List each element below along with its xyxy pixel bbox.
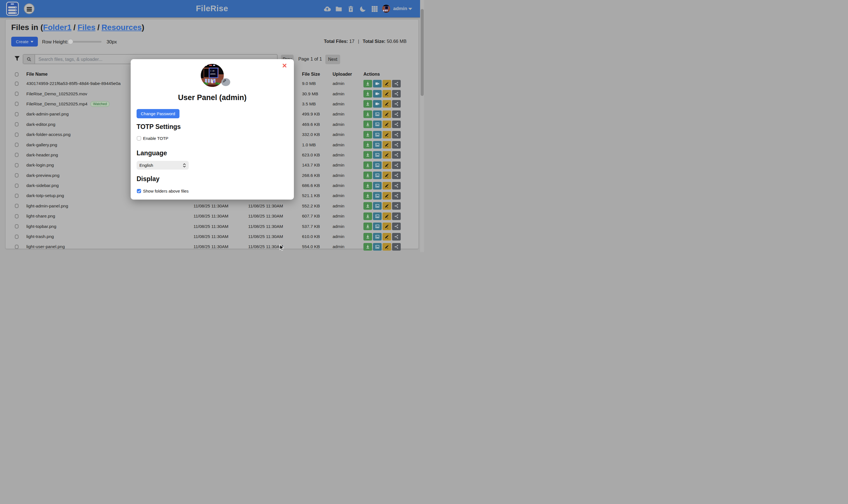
preview-button[interactable] — [373, 151, 382, 159]
download-button[interactable] — [364, 161, 372, 169]
download-button[interactable] — [364, 202, 372, 210]
filter-icon[interactable] — [14, 55, 20, 62]
share-button[interactable] — [392, 80, 401, 88]
language-select[interactable]: English — [137, 161, 189, 169]
breadcrumb-link-resources[interactable]: Resources — [102, 23, 142, 32]
preview-button[interactable] — [373, 192, 382, 200]
file-name[interactable]: dark-sidebar.png — [26, 183, 59, 188]
dark-mode-icon[interactable] — [359, 5, 367, 13]
user-avatar[interactable] — [382, 5, 390, 13]
preview-button[interactable] — [373, 80, 382, 88]
share-button[interactable] — [392, 172, 401, 179]
row-checkbox[interactable] — [15, 163, 18, 167]
avatar-edit-icon[interactable]: ✎ — [223, 78, 226, 84]
file-name[interactable]: light-trash.png — [26, 234, 54, 239]
share-button[interactable] — [392, 90, 401, 97]
file-name[interactable]: dark-gallery.png — [26, 142, 57, 147]
edit-button[interactable] — [383, 90, 391, 97]
share-button[interactable] — [392, 151, 401, 159]
upload-icon[interactable] — [323, 5, 331, 13]
row-checkbox[interactable] — [15, 184, 18, 188]
share-button[interactable] — [392, 222, 401, 230]
download-button[interactable] — [364, 121, 372, 128]
scrollbar-thumb[interactable] — [421, 9, 424, 96]
share-button[interactable] — [392, 131, 401, 139]
edit-button[interactable] — [383, 222, 391, 230]
download-button[interactable] — [364, 110, 372, 118]
file-name[interactable]: dark-header.png — [26, 152, 58, 158]
share-button[interactable] — [392, 110, 401, 118]
breadcrumb-link-folder1[interactable]: Folder1 — [43, 23, 71, 32]
preview-button[interactable] — [373, 90, 382, 97]
share-button[interactable] — [392, 213, 401, 220]
slider-thumb[interactable] — [68, 39, 73, 44]
share-button[interactable] — [392, 243, 401, 251]
file-name[interactable]: dark-admin-panel.png — [26, 111, 69, 116]
close-icon[interactable]: ✕ — [280, 62, 289, 69]
preview-button[interactable] — [373, 121, 382, 128]
download-button[interactable] — [364, 131, 372, 139]
download-button[interactable] — [364, 151, 372, 159]
table-row[interactable]: light-trash.png 11/08/25 11:30AM 11/08/2… — [14, 232, 402, 241]
row-checkbox[interactable] — [15, 92, 18, 96]
row-checkbox[interactable] — [15, 194, 18, 198]
next-page-button[interactable]: Next — [325, 55, 340, 64]
edit-button[interactable] — [383, 202, 391, 210]
preview-button[interactable] — [373, 110, 382, 118]
row-checkbox[interactable] — [15, 173, 18, 177]
breadcrumb-link-files[interactable]: Files — [78, 23, 95, 32]
row-height-slider[interactable] — [67, 41, 102, 42]
preview-button[interactable] — [373, 222, 382, 230]
row-checkbox[interactable] — [15, 235, 18, 239]
create-button[interactable]: Create — [11, 37, 38, 47]
file-name[interactable]: light-admin-panel.png — [26, 203, 68, 209]
edit-button[interactable] — [383, 192, 391, 200]
download-button[interactable] — [364, 233, 372, 240]
scrollbar-track[interactable] — [420, 0, 424, 252]
file-name[interactable]: dark-folder-access.png — [26, 132, 71, 137]
select-all-checkbox[interactable] — [15, 72, 18, 76]
col-file-size[interactable]: File Size — [302, 72, 333, 77]
edit-button[interactable] — [383, 213, 391, 220]
row-checkbox[interactable] — [15, 82, 18, 86]
file-name[interactable]: FileRise_Demo_10252025.mp4 — [26, 102, 88, 107]
row-checkbox[interactable] — [15, 112, 18, 116]
file-name[interactable]: dark-login.png — [26, 163, 54, 168]
table-row[interactable]: light-admin-panel.png 11/08/25 11:30AM 1… — [14, 201, 402, 211]
preview-button[interactable] — [373, 141, 382, 148]
preview-button[interactable] — [373, 233, 382, 240]
file-name[interactable]: FileRise_Demo_10252025.mov — [26, 91, 87, 96]
file-name[interactable]: light-user-panel.png — [26, 244, 65, 249]
table-row[interactable]: light-topbar.png 11/08/25 11:30AM 11/08/… — [14, 221, 402, 231]
preview-button[interactable] — [373, 213, 382, 220]
table-row[interactable]: light-user-panel.png 11/08/25 11:30AM 11… — [14, 241, 402, 252]
download-button[interactable] — [364, 192, 372, 200]
grid-icon[interactable] — [371, 5, 378, 13]
caret-down-icon[interactable] — [408, 8, 412, 10]
row-checkbox[interactable] — [15, 143, 18, 147]
col-uploader[interactable]: Uploader — [333, 72, 364, 77]
download-button[interactable] — [364, 182, 372, 190]
download-button[interactable] — [364, 80, 372, 88]
share-button[interactable] — [392, 192, 401, 200]
show-folders-checkbox[interactable] — [137, 189, 141, 193]
trash-icon[interactable] — [347, 5, 355, 13]
user-menu-label[interactable]: admin — [393, 6, 407, 12]
download-button[interactable] — [364, 100, 372, 108]
preview-button[interactable] — [373, 161, 382, 169]
file-name[interactable]: light-topbar.png — [26, 224, 56, 229]
preview-button[interactable] — [373, 131, 382, 139]
file-name[interactable]: dark-preview.png — [26, 173, 59, 178]
row-checkbox[interactable] — [15, 214, 18, 218]
share-button[interactable] — [392, 182, 401, 190]
row-checkbox[interactable] — [15, 224, 18, 229]
row-checkbox[interactable] — [15, 102, 18, 106]
edit-button[interactable] — [383, 121, 391, 128]
download-button[interactable] — [364, 172, 372, 179]
edit-button[interactable] — [383, 131, 391, 139]
share-button[interactable] — [392, 233, 401, 240]
share-button[interactable] — [392, 121, 401, 128]
edit-button[interactable] — [383, 110, 391, 118]
folder-icon[interactable] — [335, 5, 343, 13]
row-checkbox[interactable] — [15, 132, 18, 137]
